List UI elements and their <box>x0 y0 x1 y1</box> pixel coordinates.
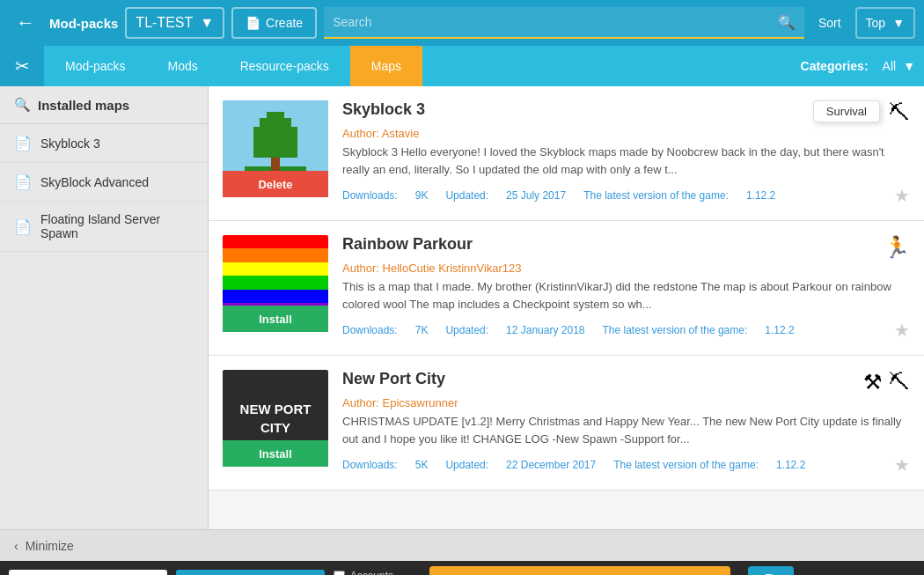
tab-mods-label: Mods <box>167 59 197 73</box>
version-val-np: 1.12.2 <box>776 459 805 471</box>
sidebar-item-label: SkyBlock Advanced <box>40 175 149 189</box>
content-area: Delete Skyblock 3 ⛏ Author: Astavie Skyb… <box>209 86 924 529</box>
bottom-bar: 🔷 Release TL-TEST ▼ Accounts Force updat… <box>0 561 924 575</box>
map-meta-skyblock3: Downloads: 9K Updated: 25 July 2017 The … <box>342 185 910 206</box>
url-input[interactable] <box>9 570 167 575</box>
star-button-s3[interactable]: ★ <box>894 185 910 206</box>
checkbox-row: Accounts Force update <box>334 570 413 575</box>
back-button[interactable]: ← <box>9 8 42 38</box>
map-title-row-newport: New Port City ⚒ ⛏ <box>342 370 910 394</box>
downloads-label-rb: Downloads: <box>342 324 398 336</box>
sidebar-item-label: Floating Island Server Spawn <box>40 212 194 240</box>
map-type-icon-skyblock3: ⛏ <box>889 100 910 125</box>
search-sidebar-icon: 🔍 <box>14 97 31 113</box>
map-meta-rainbow: Downloads: 7K Updated: 12 January 2018 T… <box>342 320 910 341</box>
categories-label: Categories: <box>801 59 874 73</box>
modpacks-label: Mod-packs <box>49 16 118 31</box>
author-label-newport: Author: <box>342 396 379 409</box>
downloads-label-np: Downloads: <box>342 459 398 471</box>
tab-modpacks[interactable]: Mod-packs <box>44 46 146 86</box>
downloads-val-s3: 9K <box>415 189 429 202</box>
updated-label-s3: Updated: <box>445 189 488 202</box>
tab-maps[interactable]: Maps <box>350 46 422 86</box>
categories-select[interactable]: All ▼ <box>874 46 924 86</box>
tab-modpacks-label: Mod-packs <box>65 59 125 73</box>
author-name-newport: Epicsawrunner <box>383 396 458 409</box>
accounts-checkbox-row: Accounts <box>334 570 413 575</box>
sidebar-item-floating-island[interactable]: 📄 Floating Island Server Spawn <box>0 202 208 252</box>
map-author-skyblock3: Author: Astavie <box>342 127 910 140</box>
install-button-rainbow[interactable]: Install <box>223 306 328 332</box>
star-button-rb[interactable]: ★ <box>894 320 910 341</box>
profile-select[interactable]: TL-TEST ▼ <box>125 7 224 39</box>
map-info-newport: New Port City ⚒ ⛏ Author: Epicsawrunner … <box>342 370 910 475</box>
categories-dropdown-icon: ▼ <box>903 59 915 73</box>
minimize-bar[interactable]: ‹ Minimize <box>0 529 924 561</box>
svg-rect-6 <box>267 112 284 122</box>
delete-button-skyblock3[interactable]: Delete <box>223 171 328 197</box>
folder-button[interactable]: 📁 <box>843 568 875 575</box>
search-icon: 🔍 <box>778 14 796 31</box>
tab-resource-packs[interactable]: Resource-packs <box>219 46 350 86</box>
tab-maps-label: Maps <box>371 59 401 73</box>
search-input[interactable] <box>333 15 778 29</box>
downloads-val-np: 5K <box>415 459 429 471</box>
sort-label: Sort <box>811 16 848 30</box>
chevron-left-icon: ‹ <box>14 539 18 553</box>
tab-mods[interactable]: Mods <box>146 46 218 86</box>
dropdown-arrow-icon: ▼ <box>200 15 214 31</box>
version-label-s3: The latest version of the game: <box>583 189 729 202</box>
top-bar: ← Mod-packs TL-TEST ▼ 📄 Create 🔍 Sort To… <box>0 0 924 46</box>
map-author-newport: Author: Epicsawrunner <box>342 396 910 409</box>
file-icon-skyblock-adv: 📄 <box>14 173 32 190</box>
map-title-row-rainbow: Rainbow Parkour 🏃 <box>342 235 910 260</box>
create-file-icon: 📄 <box>246 16 260 30</box>
author-label-skyblock3: Author: <box>342 127 379 140</box>
author-name-skyblock3: Astavie <box>382 127 420 140</box>
author-name-rainbow: HelloCutie KristinnVikar123 <box>383 262 522 275</box>
version-label-rb: The latest version of the game: <box>603 324 748 336</box>
map-meta-newport: Downloads: 5K Updated: 22 December 2017 … <box>342 454 910 475</box>
top-value: Top <box>866 16 886 30</box>
updated-label-np: Updated: <box>445 459 488 471</box>
sidebar-title: 🔍 Installed maps <box>0 86 208 124</box>
map-card-skyblock3: Delete Skyblock 3 ⛏ Author: Astavie Skyb… <box>209 86 924 221</box>
file-icon-skyblock3: 📄 <box>14 135 32 151</box>
version-label-np: The latest version of the game: <box>613 459 759 471</box>
map-desc-newport: CHRISTMAS UPDATE [v1.2]! Merry Christmas… <box>342 413 910 447</box>
map-title-newport: New Port City <box>342 370 445 388</box>
tl-mods-logo: TLM⚡DS <box>748 566 794 575</box>
install-button-newport[interactable]: Install <box>223 440 328 467</box>
settings-button[interactable]: ⚙ <box>884 568 915 575</box>
tab-resource-packs-label: Resource-packs <box>240 59 329 73</box>
refresh-button[interactable]: ↻ <box>803 568 834 575</box>
installed-maps-label: Installed maps <box>38 98 129 113</box>
downloads-val-rb: 7K <box>415 324 429 336</box>
sidebar-item-skyblock-advanced[interactable]: 📄 SkyBlock Advanced <box>0 163 208 202</box>
downloads-label-s3: Downloads: <box>342 189 398 202</box>
map-card-rainbow: Install Rainbow Parkour 🏃 Author: HelloC… <box>209 221 924 356</box>
enter-game-button[interactable]: Enter the game <box>429 566 730 575</box>
file-icon-floating: 📄 <box>14 218 32 235</box>
create-button[interactable]: 📄 Create <box>231 7 317 39</box>
accounts-checkbox[interactable] <box>334 571 345 576</box>
updated-val-np: 22 December 2017 <box>506 459 596 471</box>
map-info-rainbow: Rainbow Parkour 🏃 Author: HelloCutie Kri… <box>342 235 910 341</box>
updated-val-s3: 25 July 2017 <box>506 189 566 202</box>
version-val-rb: 1.12.2 <box>765 324 794 336</box>
create-label: Create <box>266 16 303 30</box>
version-val-s3: 1.12.2 <box>746 189 775 202</box>
map-type-icon-rainbow: 🏃 <box>884 235 910 260</box>
top-select[interactable]: Top ▼ <box>855 7 915 39</box>
top-dropdown-icon: ▼ <box>892 16 905 30</box>
star-button-np[interactable]: ★ <box>894 454 910 475</box>
sidebar-item-skyblock3[interactable]: 📄 Skyblock 3 <box>0 124 208 163</box>
map-card-newport: NEW PORTCITY Install New Port City ⚒ ⛏ A… <box>209 356 924 490</box>
search-box[interactable]: 🔍 <box>324 7 804 39</box>
nav-bar: ✂ Mod-packs Mods Resource-packs Maps Cat… <box>0 46 924 86</box>
profile-value: TL-TEST <box>136 15 193 31</box>
accounts-label: Accounts <box>350 570 393 575</box>
release-select[interactable]: 🔷 Release TL-TEST ▼ <box>176 570 325 575</box>
main-layout: 🔍 Installed maps 📄 Skyblock 3 📄 SkyBlock… <box>0 86 924 529</box>
map-type-icon-newport: ⚒ ⛏ <box>863 370 910 394</box>
